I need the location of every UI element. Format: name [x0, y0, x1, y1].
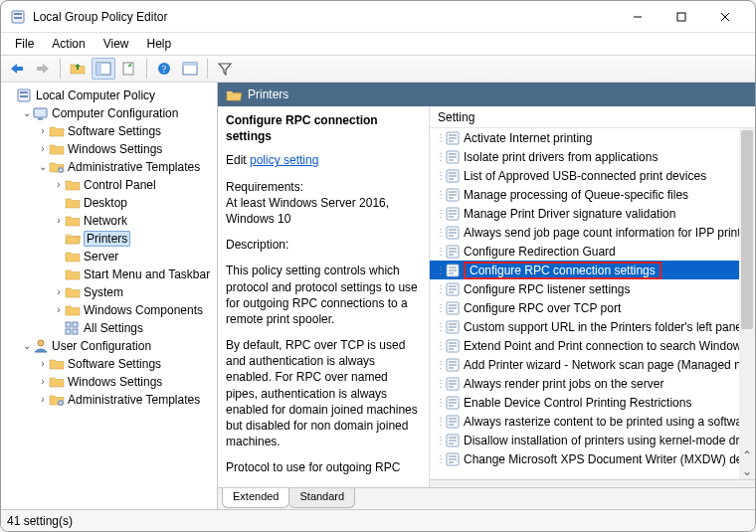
- setting-item-icon: [446, 301, 460, 315]
- setting-row[interactable]: ⋮⋮Custom support URL in the Printers fol…: [430, 317, 755, 336]
- folder-icon: [49, 141, 65, 157]
- tree-start-menu-taskbar[interactable]: ›Start Menu and Taskbar: [1, 266, 217, 283]
- console-tree[interactable]: ▾ Local Computer Policy ⌄ Computer Confi…: [1, 83, 218, 509]
- setting-row[interactable]: ⋮⋮Manage Print Driver signature validati…: [430, 204, 755, 223]
- path-header: Printers: [218, 83, 755, 106]
- svg-rect-28: [183, 63, 197, 66]
- menu-file[interactable]: File: [7, 35, 42, 53]
- nav-forward-button[interactable]: [31, 58, 55, 80]
- setting-item-icon: [446, 377, 460, 391]
- menu-action[interactable]: Action: [44, 35, 93, 53]
- setting-row[interactable]: ⋮⋮Always send job page count information…: [430, 223, 755, 242]
- setting-row[interactable]: ⋮⋮Change Microsoft XPS Document Writer (…: [430, 449, 755, 468]
- tree-uc-software-settings[interactable]: ›Software Settings: [1, 355, 217, 373]
- folder-icon: [65, 284, 81, 300]
- requirements-label: Requirements:: [226, 180, 303, 194]
- tree-computer-configuration[interactable]: ⌄ Computer Configuration: [1, 104, 217, 122]
- folder-icon: [49, 123, 65, 139]
- svg-text:?: ?: [162, 64, 167, 75]
- description-paragraph-2: By default, RPC over TCP is used and aut…: [226, 337, 421, 449]
- tree-uc-administrative-templates[interactable]: ›Administrative Templates: [1, 391, 217, 409]
- filter-button[interactable]: [213, 58, 237, 80]
- properties-button[interactable]: [178, 58, 202, 80]
- show-hide-tree-button[interactable]: [92, 58, 115, 80]
- setting-row[interactable]: ⋮⋮Configure Redirection Guard: [430, 242, 755, 261]
- setting-row[interactable]: ⋮⋮Disallow installation of printers usin…: [430, 431, 755, 449]
- help-button[interactable]: ?: [152, 58, 176, 80]
- tab-standard[interactable]: Standard: [288, 488, 355, 508]
- close-button[interactable]: [703, 2, 747, 32]
- setting-row[interactable]: ⋮⋮Configure RPC listener settings: [430, 279, 755, 298]
- folder-icon: [65, 249, 81, 265]
- tree-user-configuration[interactable]: ⌄ User Configuration: [1, 337, 217, 355]
- grip-icon: ⋮⋮: [436, 283, 444, 294]
- setting-label: Isolate print drivers from applications: [464, 150, 658, 164]
- folder-icon: [65, 213, 81, 229]
- setting-item-icon: [446, 396, 460, 410]
- nav-back-button[interactable]: [5, 58, 29, 80]
- setting-row[interactable]: ⋮⋮Add Printer wizard - Network scan page…: [430, 355, 755, 374]
- setting-row[interactable]: ⋮⋮Activate Internet printing: [430, 128, 755, 147]
- setting-item-icon: [446, 452, 460, 466]
- vertical-scrollbar[interactable]: ⌃ ⌄: [739, 128, 755, 479]
- scroll-down-arrow[interactable]: ⌄: [739, 463, 755, 479]
- grip-icon: ⋮⋮: [436, 265, 444, 275]
- setting-item-icon: [446, 131, 460, 145]
- menu-help[interactable]: Help: [139, 35, 180, 53]
- app-icon: [11, 9, 27, 25]
- scrollbar-thumb[interactable]: [741, 130, 753, 329]
- tree-administrative-templates[interactable]: ⌄Administrative Templates: [1, 158, 217, 176]
- tree-system[interactable]: ›System: [1, 283, 217, 301]
- tab-extended[interactable]: Extended: [222, 488, 289, 508]
- setting-row[interactable]: ⋮⋮Configure RPC over TCP port: [430, 298, 755, 317]
- setting-row[interactable]: ⋮⋮Always rasterize content to be printed…: [430, 412, 755, 431]
- tree-root-label: Local Computer Policy: [36, 89, 155, 102]
- status-text: 41 setting(s): [7, 514, 73, 528]
- setting-label: Always send job page count information f…: [464, 226, 741, 240]
- app-window: Local Group Policy Editor File Action Vi…: [0, 0, 756, 532]
- tree-windows-components[interactable]: ›Windows Components: [1, 301, 217, 319]
- setting-row[interactable]: ⋮⋮Extend Point and Print connection to s…: [430, 336, 755, 355]
- up-level-button[interactable]: [66, 58, 90, 80]
- scroll-up-arrow[interactable]: ⌃: [739, 447, 755, 463]
- maximize-button[interactable]: [660, 2, 703, 32]
- horizontal-scrollbar[interactable]: [430, 479, 755, 487]
- folder-open-icon: [226, 88, 242, 101]
- menu-view[interactable]: View: [95, 35, 137, 53]
- setting-row[interactable]: ⋮⋮List of Approved USB-connected print d…: [430, 166, 755, 185]
- tree-cc-software-settings[interactable]: ›Software Settings: [1, 122, 217, 140]
- tree-network[interactable]: ›Network: [1, 212, 217, 230]
- svg-rect-20: [16, 67, 23, 71]
- folder-icon: [65, 195, 81, 211]
- tree-control-panel[interactable]: ›Control Panel: [1, 176, 217, 194]
- tree-uc-windows-settings[interactable]: ›Windows Settings: [1, 373, 217, 391]
- all-settings-icon: [65, 320, 81, 336]
- tree-desktop[interactable]: ›Desktop: [1, 194, 217, 212]
- setting-row[interactable]: ⋮⋮Isolate print drivers from application…: [430, 147, 755, 166]
- folder-icon: [65, 177, 81, 193]
- tree-server[interactable]: ›Server: [1, 248, 217, 266]
- setting-row[interactable]: ⋮⋮Enable Device Control Printing Restric…: [430, 393, 755, 412]
- folder-icon: [65, 266, 81, 282]
- description-paragraph-1: This policy setting controls which proto…: [226, 263, 421, 327]
- folder-open-icon: [65, 231, 81, 247]
- menubar: File Action View Help: [1, 33, 755, 55]
- svg-rect-23: [96, 63, 101, 75]
- titlebar: Local Group Policy Editor: [1, 1, 755, 33]
- tree-root[interactable]: ▾ Local Computer Policy: [1, 87, 217, 104]
- minimize-button[interactable]: [616, 2, 660, 32]
- setting-label: Configure Redirection Guard: [464, 245, 616, 259]
- setting-label: Always render print jobs on the server: [464, 377, 663, 391]
- setting-row[interactable]: ⋮⋮Always render print jobs on the server: [430, 374, 755, 393]
- settings-list[interactable]: ⋮⋮Activate Internet printing⋮⋮Isolate pr…: [430, 128, 755, 479]
- setting-row[interactable]: ⋮⋮Configure RPC connection settings: [430, 261, 755, 279]
- tree-cc-windows-settings[interactable]: ›Windows Settings: [1, 140, 217, 158]
- export-list-button[interactable]: [117, 58, 141, 80]
- policy-title: Configure RPC connection settings: [226, 112, 421, 144]
- tree-all-settings[interactable]: ›All Settings: [1, 319, 217, 337]
- setting-row[interactable]: ⋮⋮Manage processing of Queue-specific fi…: [430, 185, 755, 204]
- edit-policy-link[interactable]: policy setting: [250, 153, 318, 167]
- tree-printers[interactable]: ›Printers: [1, 230, 217, 248]
- column-header-setting[interactable]: Setting: [430, 106, 755, 128]
- setting-item-icon: [446, 320, 460, 334]
